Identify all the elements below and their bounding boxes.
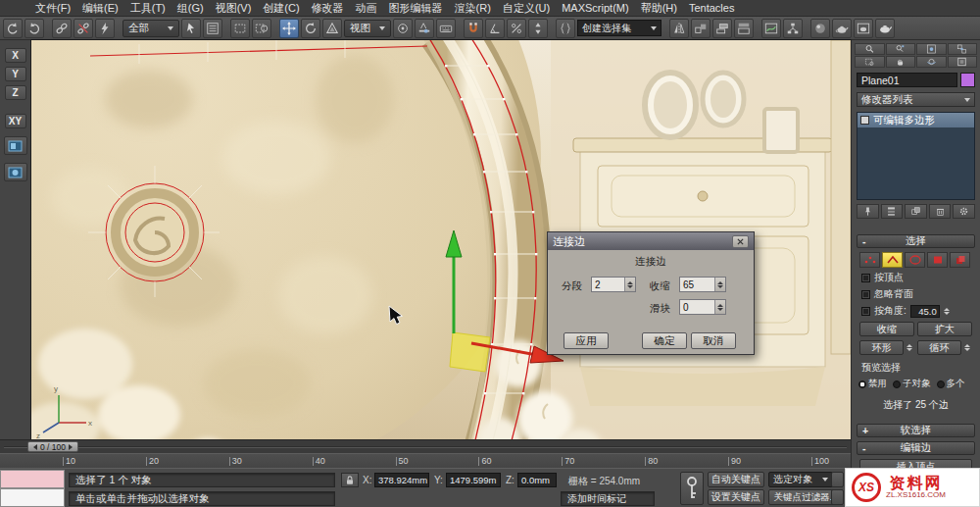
docked-tool-icon-1[interactable] xyxy=(4,136,27,155)
menu-tentacles[interactable]: Tentacles xyxy=(683,2,740,14)
apply-button[interactable]: 应用 xyxy=(564,332,609,349)
select-link-icon[interactable] xyxy=(52,19,72,38)
menu-file[interactable]: 文件(F) xyxy=(29,1,76,16)
render-production-icon[interactable] xyxy=(875,19,895,38)
menu-help[interactable]: 帮助(H) xyxy=(635,1,683,16)
modifier-stack[interactable]: 可编辑多边形 xyxy=(857,112,975,200)
ring-button[interactable]: 环形 xyxy=(859,340,904,355)
reference-coordinate-dropdown[interactable]: 视图 xyxy=(344,20,391,37)
preview-subobj-radio[interactable] xyxy=(893,380,901,388)
keyboard-override-icon[interactable] xyxy=(436,19,456,38)
spinner-icon[interactable] xyxy=(944,308,952,315)
pinch-input[interactable]: 65 xyxy=(679,277,726,292)
restrict-plane-xy-button[interactable]: XY xyxy=(5,114,26,128)
graphite-ribbon-icon[interactable] xyxy=(734,19,754,38)
selected-filter-dropdown[interactable]: 选定对象 xyxy=(768,472,833,487)
by-vertex-checkbox[interactable]: 按顶点 xyxy=(861,271,978,284)
layer-manager-icon[interactable] xyxy=(712,19,732,38)
grow-button[interactable]: 扩大 xyxy=(917,322,972,336)
use-pivot-center-icon[interactable] xyxy=(393,19,413,38)
stack-item-editable-poly[interactable]: 可编辑多边形 xyxy=(858,113,974,127)
spinner-icon[interactable] xyxy=(964,344,972,351)
spinner-icon[interactable] xyxy=(714,278,725,291)
edit-edges-rollout-header[interactable]: - 编辑边 xyxy=(857,441,975,455)
select-rotate-icon[interactable] xyxy=(301,19,320,38)
edge-mode-icon[interactable] xyxy=(882,252,903,268)
configure-modifier-sets-icon[interactable] xyxy=(953,204,975,219)
snap-toggle-icon[interactable] xyxy=(464,19,483,38)
menu-create[interactable]: 创建(C) xyxy=(257,1,305,16)
segments-input[interactable]: 2 xyxy=(591,277,636,292)
ignore-backfacing-checkbox[interactable]: 忽略背面 xyxy=(861,287,978,301)
menu-edit[interactable]: 编辑(E) xyxy=(76,1,124,16)
element-mode-icon[interactable] xyxy=(950,252,970,268)
zoom-extents-all-icon[interactable] xyxy=(948,43,978,55)
object-name-field[interactable]: Plane01 xyxy=(857,73,957,87)
undo-icon[interactable] xyxy=(3,19,23,38)
curve-editor-icon[interactable] xyxy=(761,19,781,38)
make-unique-icon[interactable] xyxy=(905,204,927,219)
restrict-x-button[interactable]: X xyxy=(5,48,26,63)
schematic-view-icon[interactable] xyxy=(783,19,803,38)
angle-value-field[interactable]: 45.0 xyxy=(910,305,940,318)
maximize-viewport-icon[interactable] xyxy=(948,56,978,68)
angle-snap-icon[interactable] xyxy=(485,19,505,38)
time-tag-field[interactable]: 添加时间标记 xyxy=(561,491,655,506)
zoom-region-icon[interactable] xyxy=(855,56,885,68)
close-button[interactable] xyxy=(732,235,749,248)
menu-views[interactable]: 视图(V) xyxy=(210,1,258,16)
lock-selection-button[interactable] xyxy=(341,473,359,487)
orbit-icon[interactable] xyxy=(916,56,947,68)
by-angle-checkbox[interactable]: 按角度: 45.0 xyxy=(861,304,978,318)
modifier-list-dropdown[interactable]: 修改器列表 xyxy=(857,92,975,107)
select-scale-icon[interactable] xyxy=(322,19,342,38)
track-bar[interactable]: 10 20 30 40 50 60 70 80 90 100 xyxy=(0,453,851,468)
select-move-icon[interactable] xyxy=(279,19,299,38)
menu-animation[interactable]: 动画 xyxy=(350,1,383,16)
border-mode-icon[interactable] xyxy=(905,252,925,268)
menu-tools[interactable]: 工具(T) xyxy=(124,1,172,16)
zoom-all-icon[interactable] xyxy=(886,43,916,55)
toggle-set-key-button[interactable] xyxy=(680,472,704,505)
percent-snap-icon[interactable] xyxy=(507,19,526,38)
window-crossing-icon[interactable] xyxy=(252,19,271,38)
cancel-button[interactable]: 取消 xyxy=(691,332,736,349)
time-slider-handle[interactable]: 0 / 100 xyxy=(27,441,78,452)
mirror-icon[interactable] xyxy=(669,19,689,38)
ok-button[interactable]: 确定 xyxy=(642,332,687,349)
named-selection-set-combo[interactable]: 创建选择集 xyxy=(577,20,662,36)
loop-button[interactable]: 循环 xyxy=(917,340,961,355)
play-button[interactable] xyxy=(831,472,844,487)
maxscript-macro-recorder-pane[interactable] xyxy=(0,470,65,488)
pin-stack-icon[interactable] xyxy=(857,204,879,219)
select-object-icon[interactable] xyxy=(181,19,201,38)
spinner-snap-icon[interactable] xyxy=(528,19,548,38)
render-setup-icon[interactable] xyxy=(832,19,852,38)
spinner-icon[interactable] xyxy=(906,344,914,351)
bind-spacewarp-icon[interactable] xyxy=(95,19,115,38)
unlink-icon[interactable] xyxy=(74,19,93,38)
next-frame-icon[interactable] xyxy=(69,444,73,450)
redo-icon[interactable] xyxy=(24,19,44,38)
menu-graph-editors[interactable]: 图形编辑器 xyxy=(383,1,449,16)
menu-group[interactable]: 组(G) xyxy=(172,1,210,16)
rendered-frame-window-icon[interactable] xyxy=(854,19,873,38)
remove-modifier-icon[interactable] xyxy=(929,204,952,219)
menu-rendering[interactable]: 渲染(R) xyxy=(449,1,497,16)
set-key-button[interactable]: 设置关键点 xyxy=(708,489,764,505)
goto-end-button[interactable] xyxy=(831,489,844,505)
show-end-result-icon[interactable] xyxy=(881,204,904,219)
dialog-title-bar[interactable]: 连接边 xyxy=(548,232,754,250)
rectangular-region-icon[interactable] xyxy=(230,19,250,38)
restrict-z-button[interactable]: Z xyxy=(5,85,26,100)
selection-rollout-header[interactable]: - 选择 xyxy=(857,234,975,248)
align-icon[interactable] xyxy=(691,19,710,38)
auto-key-button[interactable]: 自动关键点 xyxy=(708,472,764,487)
spinner-icon[interactable] xyxy=(714,300,725,314)
restrict-y-button[interactable]: Y xyxy=(5,67,26,81)
pan-icon[interactable] xyxy=(886,56,916,68)
time-slider[interactable]: 0 / 100 xyxy=(0,439,851,453)
menu-customize[interactable]: 自定义(U) xyxy=(497,1,556,16)
vertex-mode-icon[interactable] xyxy=(859,252,880,268)
material-editor-icon[interactable] xyxy=(810,19,830,38)
